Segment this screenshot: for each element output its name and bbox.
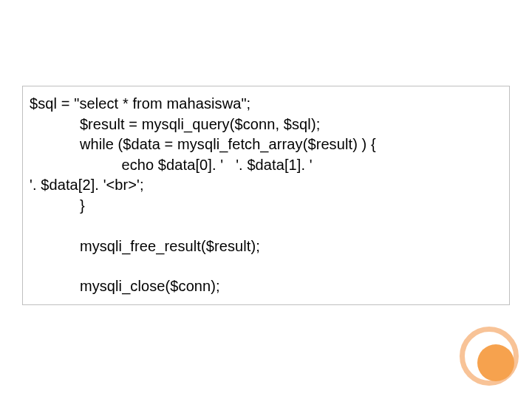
code-line-1: $sql = "select * from mahasiswa";: [30, 94, 505, 115]
decorative-circles: [460, 327, 519, 386]
code-line-7: mysqli_free_result($result);: [30, 236, 505, 257]
slide: $sql = "select * from mahasiswa"; $resul…: [0, 0, 532, 399]
disc-icon: [477, 344, 514, 381]
code-line-5: '. $data[2]. '<br>';: [30, 175, 505, 196]
code-textbox: $sql = "select * from mahasiswa"; $resul…: [22, 86, 510, 305]
code-line-6: }: [30, 196, 505, 216]
code-line-3: while ($data = mysqli_fetch_array($resul…: [30, 134, 505, 155]
code-line-8: mysqli_close($conn);: [30, 276, 505, 297]
code-line-4: echo $data[0]. ' '. $data[1]. ': [30, 155, 505, 176]
blank-line: [30, 216, 505, 236]
blank-line: [30, 256, 505, 276]
code-line-2: $result = mysqli_query($conn, $sql);: [30, 115, 505, 135]
